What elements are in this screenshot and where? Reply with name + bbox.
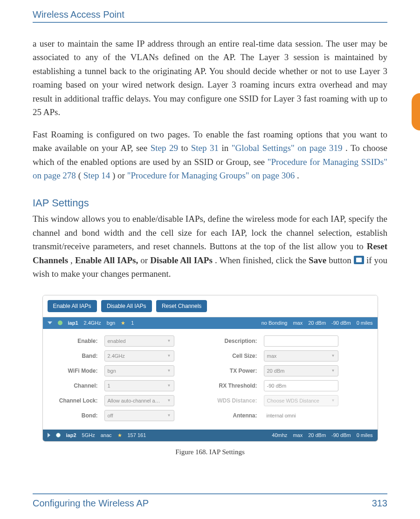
footer-section-title: Configuring the Wireless AP xyxy=(33,498,149,509)
channel-lock-select[interactable]: Allow auto-channel a…▼ xyxy=(104,395,174,406)
text: This window allows you to enable/disable… xyxy=(33,214,387,251)
text: in xyxy=(222,143,232,153)
cell-size-select[interactable]: max▼ xyxy=(264,350,338,362)
rx-threshold-value: -90 dBm xyxy=(267,383,287,389)
chevron-down-icon: ▼ xyxy=(167,339,171,343)
enable-value: enabled xyxy=(108,338,126,344)
iap-mode: anac xyxy=(101,432,112,438)
iap-dist: 0 miles xyxy=(357,320,373,326)
paragraph-layer3: a user to maintain the same IP address t… xyxy=(33,37,387,119)
chevron-down-icon xyxy=(48,321,52,324)
iap-mode: bgn xyxy=(107,320,115,326)
iap-cell: max xyxy=(293,320,303,326)
iap-name: iap2 xyxy=(66,432,76,438)
link-step-29[interactable]: Step 29 xyxy=(151,143,178,153)
iap-cell: max xyxy=(293,432,303,438)
section-heading-iap-settings: IAP Settings xyxy=(33,195,387,211)
band-select[interactable]: 2.4GHz▼ xyxy=(104,350,174,362)
antenna-value: internal omni xyxy=(264,413,338,418)
text: button xyxy=(329,255,354,265)
description-input[interactable] xyxy=(264,335,338,347)
tx-power-value: 20 dBm xyxy=(267,368,285,374)
text: , xyxy=(70,255,75,265)
iap-rx: -90 dBm xyxy=(331,432,351,438)
figure-iap-settings: Enable All IAPs Disable All IAPs Reset C… xyxy=(42,295,378,442)
wifi-mode-label: WiFi Mode: xyxy=(51,368,98,374)
link-step-31[interactable]: Step 31 xyxy=(191,143,219,153)
wifi-mode-select[interactable]: bgn▼ xyxy=(104,365,174,376)
iap-row-1-header[interactable]: iap1 2.4GHz bgn ★ 1 no Bonding max 20 dB… xyxy=(43,317,378,329)
enable-all-iaps-button[interactable]: Enable All IAPs xyxy=(48,300,97,312)
chevron-down-icon: ▼ xyxy=(167,354,171,358)
paragraph-iap-settings: This window allows you to enable/disable… xyxy=(33,212,387,280)
link-global-settings[interactable]: "Global Settings" on page 319 xyxy=(232,143,343,153)
band-label: Band: xyxy=(51,353,98,359)
antenna-label: Antenna: xyxy=(206,412,257,419)
enable-label: Enable: xyxy=(51,338,98,344)
bond-label: Bond: xyxy=(51,412,98,419)
wds-distance-select[interactable]: Choose WDS Distance▼ xyxy=(264,395,338,406)
tx-power-label: TX Power: xyxy=(206,368,257,374)
text: to xyxy=(181,143,191,153)
text: . xyxy=(297,171,299,180)
wifi-mode-value: bgn xyxy=(108,368,116,374)
page-number: 313 xyxy=(372,498,387,509)
chevron-down-icon: ▼ xyxy=(331,398,335,403)
channel-lock-label: Channel Lock: xyxy=(51,397,98,404)
channel-lock-value: Allow auto-channel a… xyxy=(108,398,160,403)
header-rule xyxy=(33,22,387,23)
rx-threshold-input[interactable]: -90 dBm xyxy=(264,380,338,391)
iap-bond: no Bonding xyxy=(262,320,288,326)
text: . When finished, click the xyxy=(215,255,309,265)
iap-dist: 0 miles xyxy=(357,432,373,438)
iap-channel: 157 161 xyxy=(128,432,146,438)
chevron-down-icon: ▼ xyxy=(331,354,335,358)
chevron-down-icon: ▼ xyxy=(167,413,171,417)
iap-form: Enable: enabled▼ Description: Band: 2.4G… xyxy=(43,329,378,430)
side-tab-indicator xyxy=(412,93,420,130)
wds-distance-value: Choose WDS Distance xyxy=(267,398,320,403)
link-step-14[interactable]: Step 14 xyxy=(83,171,110,180)
disable-all-iaps-button[interactable]: Disable All IAPs xyxy=(101,300,152,312)
figure-toolbar: Enable All IAPs Disable All IAPs Reset C… xyxy=(43,295,378,317)
channel-label: Channel: xyxy=(51,382,98,389)
rx-threshold-label: RX Threshold: xyxy=(206,382,257,389)
chevron-down-icon: ▼ xyxy=(167,369,171,373)
chevron-down-icon: ▼ xyxy=(167,398,171,403)
status-dot-icon xyxy=(56,433,61,437)
star-icon: ★ xyxy=(121,320,125,326)
tx-power-select[interactable]: 20 dBm▼ xyxy=(264,365,338,376)
iap-band: 5GHz xyxy=(82,432,95,438)
link-procedure-groups[interactable]: "Procedure for Managing Groups" on page … xyxy=(127,171,295,180)
text: or xyxy=(140,255,150,265)
description-label: Description: xyxy=(206,338,257,344)
bold-enable-all-iaps: Enable All IAPs, xyxy=(75,255,138,265)
star-icon: ★ xyxy=(117,432,122,438)
iap-rx: -90 dBm xyxy=(331,320,351,326)
running-head: Wireless Access Point xyxy=(33,9,387,20)
iap-channel: 1 xyxy=(131,320,134,326)
channel-select[interactable]: 1▼ xyxy=(104,380,174,391)
iap-bond: 40mhz xyxy=(272,432,287,438)
iap-row-2-header[interactable]: iap2 5GHz anac ★ 157 161 40mhz max 20 dB… xyxy=(43,430,378,441)
bold-disable-all-iaps: Disable All IAPs xyxy=(150,255,213,265)
band-value: 2.4GHz xyxy=(108,353,125,359)
iap-name: iap1 xyxy=(68,320,78,326)
bond-select[interactable]: off▼ xyxy=(104,410,174,421)
iap-band: 2.4GHz xyxy=(84,320,101,326)
channel-value: 1 xyxy=(108,383,110,389)
enable-select[interactable]: enabled▼ xyxy=(104,335,174,347)
bold-save: Save xyxy=(309,255,326,265)
iap-tx: 20 dBm xyxy=(308,432,326,438)
iap-tx: 20 dBm xyxy=(308,320,326,326)
figure-caption: Figure 168. IAP Settings xyxy=(42,448,378,456)
reset-channels-button[interactable]: Reset Channels xyxy=(156,300,207,312)
save-icon xyxy=(354,256,364,264)
cell-size-value: max xyxy=(267,353,277,359)
text: ) or xyxy=(112,171,127,180)
paragraph-fast-roaming: Fast Roaming is configured on two pages.… xyxy=(33,128,387,183)
text: ( xyxy=(78,171,81,180)
cell-size-label: Cell Size: xyxy=(206,353,257,359)
chevron-down-icon: ▼ xyxy=(331,369,335,373)
chevron-down-icon: ▼ xyxy=(167,383,171,388)
